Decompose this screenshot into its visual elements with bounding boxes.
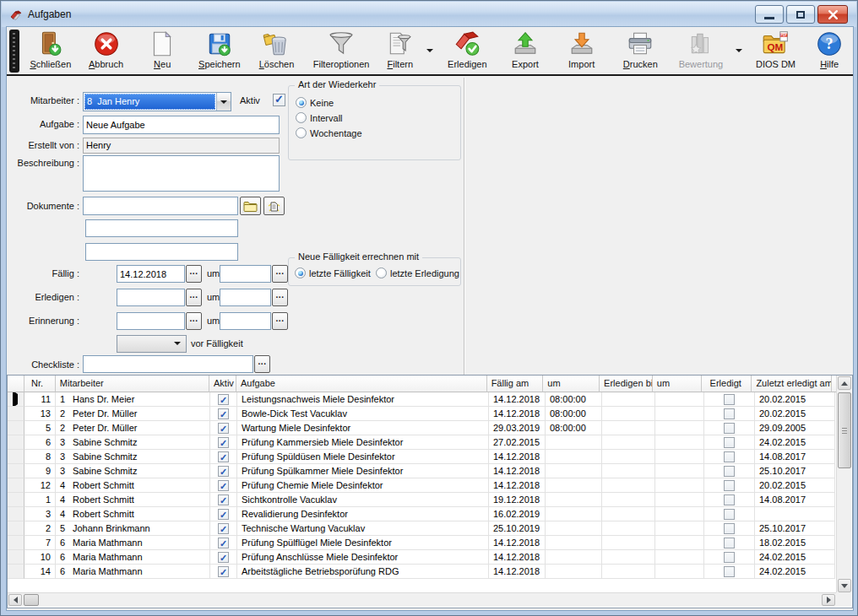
column-header-7[interactable]: Erledigen bis	[600, 376, 653, 392]
erledigt-row-checkbox[interactable]	[724, 408, 735, 419]
aktiv-row-checkbox[interactable]	[218, 566, 229, 577]
toolbar-button-speichern[interactable]: Speichern	[191, 27, 248, 74]
dokument-input-2[interactable]	[85, 219, 238, 237]
aktiv-row-checkbox[interactable]	[218, 523, 229, 534]
dokument-input-3[interactable]	[85, 243, 238, 261]
table-row[interactable]: 111Hans Dr. MeierLeistungsnachweis Miele…	[8, 392, 836, 407]
checkliste-picker-button[interactable]: ···	[254, 355, 270, 373]
column-header-6[interactable]: um	[543, 376, 600, 392]
erinnerung-time-input[interactable]	[220, 312, 271, 330]
minimize-button[interactable]	[755, 5, 784, 24]
erledigt-row-checkbox[interactable]	[724, 552, 735, 563]
scroll-left-button[interactable]	[8, 594, 22, 606]
erledigt-row-checkbox[interactable]	[724, 423, 735, 434]
title-bar[interactable]: Aufgaben	[2, 2, 856, 27]
erledigt-row-checkbox[interactable]	[724, 394, 735, 405]
erledigen-time-input[interactable]	[220, 289, 271, 306]
aktiv-row-checkbox[interactable]	[218, 480, 229, 491]
column-header-2[interactable]: Mitarbeiter	[56, 376, 209, 392]
table-row[interactable]: 93Sabine SchmitzPrüfung Spülkammer Miele…	[8, 464, 836, 478]
toolbar-dropdown-arrow-bewertung[interactable]	[732, 27, 746, 74]
aktiv-row-checkbox[interactable]	[218, 509, 229, 520]
erledigen-date-input[interactable]	[117, 289, 185, 306]
table-row[interactable]: 124Robert SchmittPrüfung Chemie Miele De…	[8, 478, 836, 493]
toolbar-dropdown-arrow-filtern[interactable]	[423, 27, 437, 74]
aktiv-row-checkbox[interactable]	[218, 538, 229, 548]
scroll-down-button[interactable]	[838, 579, 851, 592]
toolbar-button-erledigen[interactable]: Erledigen	[437, 27, 499, 74]
close-button[interactable]	[817, 5, 848, 24]
column-header-4[interactable]: Aufgabe	[236, 376, 487, 392]
faellig-date-input[interactable]	[117, 265, 185, 283]
wiederkehr-radio-0[interactable]: Keine	[296, 97, 334, 108]
horizontal-scroll-thumb[interactable]	[24, 594, 39, 606]
erledigt-row-checkbox[interactable]	[724, 494, 735, 505]
column-header-3[interactable]: Aktiv	[209, 376, 236, 392]
erledigt-row-checkbox[interactable]	[724, 566, 735, 577]
toolbar-gripper[interactable]	[9, 30, 19, 73]
table-row[interactable]: 34Robert SchmittRevalidierung Desinfekto…	[8, 507, 836, 521]
erinnerung-date-input[interactable]	[117, 312, 185, 330]
erledigt-row-checkbox[interactable]	[724, 466, 735, 477]
column-header-9[interactable]: Erledigt	[702, 376, 752, 392]
scroll-up-button[interactable]	[838, 376, 851, 390]
toolbar-button-import[interactable]: Import	[552, 27, 611, 74]
column-header-5[interactable]: Fällig am	[487, 376, 544, 392]
checkliste-input[interactable]	[83, 355, 253, 373]
faellig-time-picker-button[interactable]: ···	[272, 265, 288, 283]
toolbar-button-schliessen[interactable]: Schließen	[23, 27, 79, 74]
scroll-right-button[interactable]	[822, 594, 835, 606]
table-row[interactable]: 63Sabine SchmitzPrüfung Kammersieb Miele…	[8, 435, 836, 450]
erledigt-row-checkbox[interactable]	[724, 509, 735, 520]
erledigen-time-picker-button[interactable]: ···	[272, 289, 288, 306]
aktiv-row-checkbox[interactable]	[218, 451, 229, 462]
erledigt-row-checkbox[interactable]	[724, 437, 735, 448]
toolbar-button-filteroptionen[interactable]: Filteroptionen	[305, 27, 377, 74]
vertical-scroll-thumb[interactable]	[838, 392, 851, 468]
toolbar-button-drucken[interactable]: Drucken	[611, 27, 670, 74]
erinnerung-date-picker-button[interactable]: ···	[186, 312, 202, 330]
horizontal-scrollbar[interactable]	[8, 592, 836, 607]
column-header-8[interactable]: um	[653, 376, 702, 392]
faellig-time-input[interactable]	[220, 265, 271, 283]
neue-faelligkeit-radio-1[interactable]: letzte Erledigung	[376, 267, 459, 278]
erledigt-row-checkbox[interactable]	[724, 451, 735, 462]
wiederkehr-radio-2[interactable]: Wochentage	[296, 127, 362, 138]
erinnerung-time-picker-button[interactable]: ···	[272, 312, 288, 330]
faellig-date-picker-button[interactable]: ···	[186, 265, 202, 283]
toolbar-button-filtern[interactable]: Filtern	[377, 27, 423, 74]
aktiv-row-checkbox[interactable]	[218, 552, 229, 563]
table-row[interactable]: 83Sabine SchmitzPrüfung Spüldüsen Miele …	[8, 450, 836, 464]
erledigt-row-checkbox[interactable]	[724, 523, 735, 534]
column-header-10[interactable]: Zuletzt erledigt am	[752, 376, 832, 392]
dokument-input-1[interactable]	[83, 197, 238, 215]
chevron-down-icon[interactable]	[216, 93, 231, 111]
restore-button[interactable]	[786, 5, 815, 24]
view-document-button[interactable]	[263, 197, 285, 215]
aktiv-checkbox[interactable]	[273, 94, 285, 106]
wiederkehr-radio-1[interactable]: Intervall	[296, 112, 343, 123]
vertical-scrollbar[interactable]	[836, 376, 851, 593]
column-header-1[interactable]: Nr.	[24, 376, 56, 392]
aktiv-row-checkbox[interactable]	[218, 423, 229, 434]
table-row[interactable]: 76Maria MathmannPrüfung Spülflügel Miele…	[8, 536, 836, 550]
erledigt-row-checkbox[interactable]	[724, 538, 735, 548]
erledigen-date-picker-button[interactable]: ···	[186, 289, 202, 306]
toolbar-button-hilfe[interactable]: ?Hilfe	[806, 27, 853, 74]
table-row[interactable]: 132Peter Dr. MüllerBowle-Dick Test Vacuk…	[8, 407, 836, 421]
toolbar-button-export[interactable]: Export	[498, 27, 552, 74]
table-row[interactable]: 106Maria MathmannPrüfung Anschlüsse Miel…	[8, 550, 836, 565]
table-row[interactable]: 52Peter Dr. MüllerWartung Miele Desinfek…	[8, 421, 836, 435]
mitarbeiter-select[interactable]: 8 Jan Henry	[83, 92, 231, 111]
aktiv-row-checkbox[interactable]	[218, 394, 229, 405]
aktiv-row-checkbox[interactable]	[218, 408, 229, 419]
toolbar-button-abbruch[interactable]: Abbruch	[79, 27, 134, 74]
toolbar-button-neu[interactable]: Neu	[133, 27, 191, 74]
toolbar-button-loeschen[interactable]: Löschen	[248, 27, 306, 74]
table-row[interactable]: 25Johann BrinkmannTechnische Wartung Vac…	[8, 521, 836, 536]
open-folder-button[interactable]	[240, 197, 261, 215]
erledigt-row-checkbox[interactable]	[724, 480, 735, 491]
vorlauf-select[interactable]	[117, 335, 187, 353]
beschreibung-textarea[interactable]	[83, 155, 280, 192]
toolbar-button-dios-dm[interactable]: QMPDFDIOS DM	[746, 27, 806, 74]
